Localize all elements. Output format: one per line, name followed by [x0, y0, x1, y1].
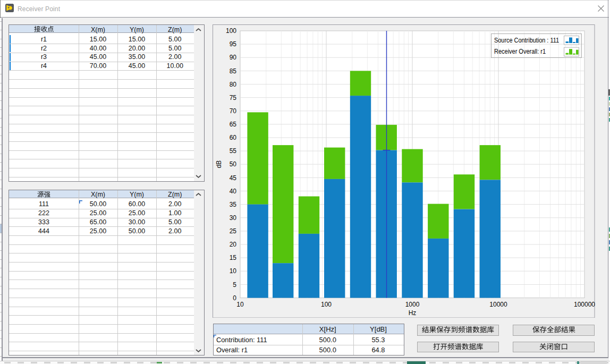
svg-text:10: 10 — [236, 301, 244, 308]
svg-text:100000: 100000 — [574, 301, 595, 308]
svg-text:100: 100 — [321, 301, 332, 308]
svg-text:40: 40 — [230, 187, 237, 194]
svg-text:50: 50 — [230, 160, 237, 168]
svg-text:10000: 10000 — [489, 301, 507, 308]
svg-text:15: 15 — [230, 254, 237, 261]
svg-text:65: 65 — [230, 121, 237, 128]
svg-text:45: 45 — [230, 174, 237, 181]
svg-text:Source Contribution : 111: Source Contribution : 111 — [494, 36, 559, 44]
svg-text:80: 80 — [230, 80, 237, 88]
svg-text:55: 55 — [230, 147, 237, 155]
svg-text:0: 0 — [233, 294, 236, 301]
svg-text:10: 10 — [230, 267, 237, 275]
svg-text:95: 95 — [230, 40, 237, 48]
svg-text:100: 100 — [226, 27, 236, 35]
svg-text:30: 30 — [230, 214, 237, 221]
svg-text:85: 85 — [230, 67, 237, 74]
svg-text:35: 35 — [230, 200, 237, 208]
svg-text:60: 60 — [230, 134, 237, 141]
svg-text:90: 90 — [230, 54, 237, 61]
svg-text:20: 20 — [230, 241, 237, 248]
svg-text:dB: dB — [215, 160, 223, 168]
svg-text:5: 5 — [233, 281, 236, 288]
svg-text:70: 70 — [230, 107, 237, 114]
svg-text:Receiver Overall: r1: Receiver Overall: r1 — [494, 47, 546, 55]
svg-text:75: 75 — [230, 94, 237, 101]
svg-text:1000: 1000 — [405, 301, 420, 308]
svg-text:Hz: Hz — [409, 309, 417, 316]
svg-text:25: 25 — [230, 227, 237, 235]
